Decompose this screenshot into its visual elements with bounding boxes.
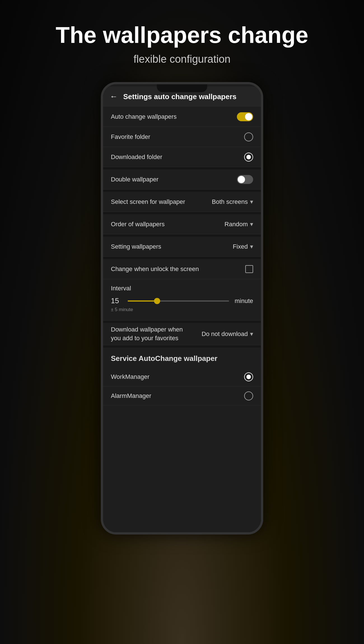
work-manager-radio[interactable] <box>244 372 253 381</box>
downloaded-folder-radio[interactable] <box>244 153 253 162</box>
order-wallpapers-label: Order of wallpapers <box>111 221 165 228</box>
downloaded-folder-label: Downloaded folder <box>111 153 162 161</box>
auto-change-label: Auto change wallpapers <box>111 113 177 120</box>
divider-5 <box>103 257 261 259</box>
setting-wallpapers-label: Setting wallpapers <box>111 243 161 250</box>
change-unlock-item: Change when unlock the screen <box>103 259 261 279</box>
download-wallpaper-label: Download wallpaper when you add to your … <box>111 325 186 343</box>
download-wallpaper-value: Do not download <box>202 330 248 338</box>
alarm-manager-item: AlarmManager <box>103 386 261 405</box>
select-screen-label: Select screen for wallpaper <box>111 198 185 206</box>
interval-slider-fill <box>128 300 156 302</box>
setting-wallpapers-dropdown[interactable]: Fixed ▾ <box>233 243 253 250</box>
back-button[interactable]: ← <box>110 92 118 101</box>
divider-4 <box>103 234 261 237</box>
setting-wallpapers-arrow: ▾ <box>250 243 253 250</box>
alarm-manager-label: AlarmManager <box>111 392 151 400</box>
double-wallpaper-label: Double wallpaper <box>111 176 158 183</box>
work-manager-label: WorkManager <box>111 373 150 381</box>
hero-subtitle: flexible configuration <box>134 53 230 65</box>
divider-7 <box>103 345 261 347</box>
page-content: The wallpapers change flexible configura… <box>0 0 364 535</box>
download-wallpaper-dropdown[interactable]: Do not download ▾ <box>202 330 253 338</box>
auto-change-toggle[interactable] <box>237 112 253 121</box>
change-unlock-label: Change when unlock the screen <box>111 265 199 273</box>
interval-row: 15 minute <box>111 297 253 305</box>
select-screen-item: Select screen for wallpaper Both screens… <box>103 192 261 212</box>
downloaded-folder-item: Downloaded folder <box>103 147 261 167</box>
interval-section: Interval 15 minute ± 5 minute <box>103 279 261 321</box>
alarm-manager-radio[interactable] <box>244 391 253 400</box>
app-bar-title: Settings auto change wallpapers <box>123 92 237 101</box>
work-manager-item: WorkManager <box>103 367 261 386</box>
double-wallpaper-item: Double wallpaper <box>103 169 261 190</box>
phone-notch <box>157 84 207 92</box>
interval-slider-track[interactable] <box>128 300 229 302</box>
setting-wallpapers-item: Setting wallpapers Fixed ▾ <box>103 237 261 257</box>
favorite-folder-item: Favorite folder <box>103 127 261 147</box>
change-unlock-checkbox[interactable] <box>245 265 253 273</box>
interval-label: Interval <box>111 285 253 292</box>
interval-value: 15 <box>111 297 122 305</box>
order-wallpapers-item: Order of wallpapers Random ▾ <box>103 214 261 234</box>
auto-change-toggle-thumb <box>245 113 252 120</box>
select-screen-dropdown[interactable]: Both screens ▾ <box>212 198 253 206</box>
interval-unit: minute <box>235 297 253 305</box>
select-screen-value: Both screens <box>212 198 248 206</box>
divider-3 <box>103 212 261 214</box>
service-section-header: Service AutoChange wallpaper <box>103 347 261 367</box>
favorite-folder-radio[interactable] <box>244 132 253 141</box>
order-wallpapers-value: Random <box>225 221 248 228</box>
hero-title: The wallpapers change <box>56 22 308 48</box>
download-wallpaper-arrow: ▾ <box>250 330 253 338</box>
phone-screen: ← Settings auto change wallpapers Auto c… <box>103 84 261 532</box>
double-wallpaper-toggle-thumb <box>238 176 245 183</box>
auto-change-item: Auto change wallpapers <box>103 107 261 127</box>
settings-list: Auto change wallpapers Favorite folder D… <box>103 107 261 405</box>
order-wallpapers-arrow: ▾ <box>250 221 253 228</box>
interval-hint: ± 5 minute <box>111 307 253 312</box>
divider-2 <box>103 190 261 192</box>
interval-slider-thumb[interactable] <box>154 298 160 304</box>
select-screen-arrow: ▾ <box>250 198 253 206</box>
phone-frame: ← Settings auto change wallpapers Auto c… <box>101 82 263 535</box>
service-header-text: Service AutoChange wallpaper <box>111 354 217 363</box>
download-wallpaper-section: Download wallpaper when you add to your … <box>103 323 261 345</box>
divider-6 <box>103 321 261 323</box>
interval-slider-container <box>128 300 229 302</box>
order-wallpapers-dropdown[interactable]: Random ▾ <box>225 221 253 228</box>
double-wallpaper-toggle[interactable] <box>237 175 253 184</box>
setting-wallpapers-value: Fixed <box>233 243 248 250</box>
favorite-folder-label: Favorite folder <box>111 133 150 141</box>
divider-1 <box>103 167 261 169</box>
